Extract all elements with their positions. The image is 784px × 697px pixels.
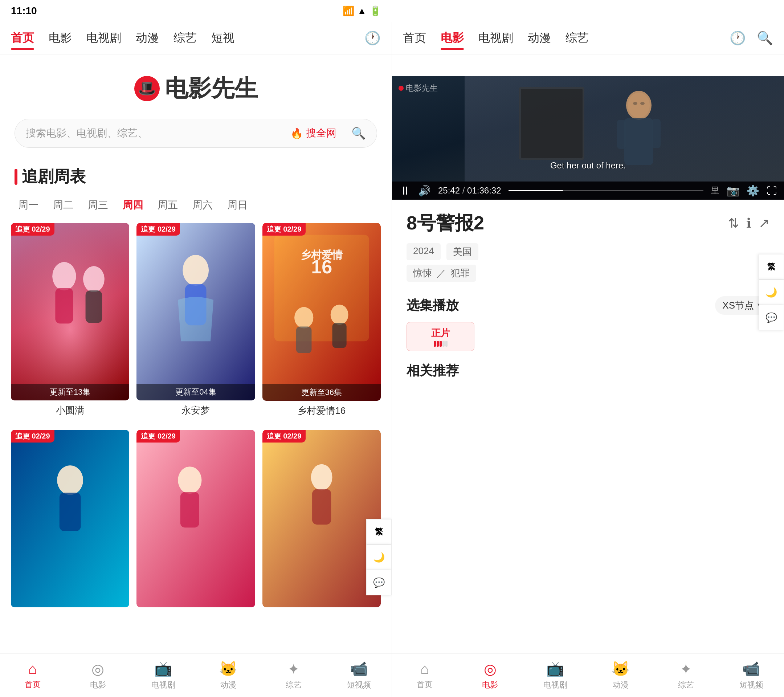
drama-card-xiangcun[interactable]: 乡村爱情 16 追更 02/29 更新至36集 乡村爱情16: [262, 223, 381, 419]
section-title: 追剧周表: [0, 159, 392, 191]
drama-badge-2: 追更 02/29: [137, 223, 180, 236]
week-tab-wed[interactable]: 周三: [81, 194, 115, 216]
week-tab-sat[interactable]: 周六: [185, 194, 220, 216]
drama-title-3: 乡村爱情16: [262, 401, 381, 419]
week-tab-sun[interactable]: 周日: [220, 194, 255, 216]
left-nav-tv[interactable]: 电视剧: [86, 26, 121, 50]
left-bottom-movie[interactable]: ◎ 电影: [65, 661, 131, 690]
volume-button[interactable]: 🔊: [418, 185, 431, 197]
episode-grid: 正片: [407, 322, 769, 351]
drama-card-yonganmeng[interactable]: 追更 02/29 更新至04集 永安梦: [137, 223, 255, 419]
right-tv-label: 电视剧: [544, 680, 567, 690]
search-bar[interactable]: 搜索电影、电视剧、综艺、 🔥 搜全网 🔍: [15, 119, 377, 148]
settings-button[interactable]: ⚙️: [747, 185, 759, 197]
left-nav-icons: 🕐: [364, 30, 381, 46]
home-label: 首页: [25, 679, 41, 690]
week-tab-thu[interactable]: 周四: [115, 194, 150, 216]
right-night-mode-btn[interactable]: 🌙: [759, 280, 784, 305]
left-time: 11:10: [11, 5, 37, 17]
progress-bar[interactable]: [509, 190, 704, 191]
drama-badge-6: 追更 02/29: [262, 430, 306, 443]
right-comment-btn[interactable]: 💬: [759, 305, 784, 330]
movie-title-row: 8号警报2 ⇅ ℹ ↗: [407, 211, 769, 236]
left-bottom-anime[interactable]: 🐱 动漫: [196, 660, 261, 690]
right-search-icon[interactable]: 🔍: [757, 30, 773, 46]
pause-button[interactable]: ⏸: [399, 184, 411, 198]
drama-card-4[interactable]: 追更 02/29: [11, 430, 129, 608]
left-bottom-variety[interactable]: ✦ 综艺: [261, 661, 326, 690]
left-bottom-home[interactable]: ⌂ 首页: [0, 661, 65, 690]
episode-section: 选集播放 XS节点 ▾ 正片: [392, 289, 784, 358]
left-bottom-tv[interactable]: 📺 电视剧: [131, 660, 196, 690]
right-short-label: 短视频: [740, 680, 763, 690]
left-nav-movie[interactable]: 电影: [49, 26, 72, 50]
right-nav-movie[interactable]: 电影: [441, 26, 464, 50]
right-nav-home[interactable]: 首页: [403, 26, 426, 50]
fullscreen-button[interactable]: ⛶: [767, 185, 777, 197]
right-bottom-anime[interactable]: 🐱 动漫: [588, 660, 653, 690]
right-nav-icons: 🕐 🔍: [730, 30, 773, 46]
week-tab-mon[interactable]: 周一: [11, 194, 46, 216]
right-traditional-btn[interactable]: 繁: [759, 254, 784, 280]
right-variety-label: 综艺: [678, 680, 694, 690]
right-nav-variety[interactable]: 综艺: [565, 26, 589, 50]
logo-area: 🎩 电影先生: [0, 54, 392, 115]
right-nav-bar: 首页 电影 电视剧 动漫 综艺 🕐 🔍: [392, 22, 784, 54]
week-tab-fri[interactable]: 周五: [150, 194, 185, 216]
ep-bar-main: [434, 341, 448, 347]
variety-label: 综艺: [286, 680, 301, 690]
right-nav-tv[interactable]: 电视剧: [478, 26, 513, 50]
week-tab-tue[interactable]: 周二: [46, 194, 81, 216]
drama-card-xiaoyuanman[interactable]: 追更 02/29 更新至13集 小圆满: [11, 223, 129, 419]
drama-update-1: 更新至13集: [11, 384, 129, 400]
info-icon[interactable]: ℹ: [746, 216, 751, 231]
svg-rect-32: [652, 119, 660, 148]
right-bottom-variety[interactable]: ✦ 综艺: [653, 661, 719, 690]
left-nav-variety[interactable]: 综艺: [173, 26, 197, 50]
video-player[interactable]: 电影先生 Get her out of here. ⏸ 🔊 25:42 / 01…: [392, 76, 784, 199]
short-video-label: 短视频: [347, 680, 371, 690]
watermark-dot: [399, 86, 404, 91]
drama-card-6[interactable]: 追更 02/29: [262, 430, 381, 608]
left-panel: 11:10 📶 ▲ 🔋 首页 电影 电视剧 动漫 综艺 短视 🕐 🎩 电影先生 …: [0, 0, 392, 697]
tag-row: 2024 美国: [407, 243, 769, 260]
right-bottom-movie[interactable]: ◎ 电影: [457, 661, 523, 690]
right-movie-icon: ◎: [484, 661, 497, 677]
right-side-buttons: 繁 🌙 💬: [759, 254, 784, 330]
svg-rect-30: [624, 118, 653, 165]
title-accent: [15, 169, 17, 185]
left-bottom-short[interactable]: 📹 短视频: [326, 660, 392, 690]
traditional-chinese-btn[interactable]: 繁: [366, 519, 392, 545]
comment-btn[interactable]: 💬: [366, 570, 392, 595]
genre-tag[interactable]: 惊悚 ／ 犯罪: [407, 265, 476, 282]
search-hot-label: 搜全网: [306, 126, 336, 140]
screenshot-button[interactable]: 📷: [726, 185, 740, 197]
tv-icon: 📺: [154, 660, 172, 677]
right-nav-anime[interactable]: 动漫: [528, 26, 551, 50]
search-icon[interactable]: 🔍: [351, 126, 366, 140]
drama-badge-4: 追更 02/29: [11, 430, 54, 443]
search-hot[interactable]: 🔥 搜全网: [290, 126, 336, 140]
drama-thumb-6: 追更 02/29: [262, 430, 381, 608]
thumb-img-1: [11, 223, 129, 400]
right-history-icon[interactable]: 🕐: [730, 30, 746, 46]
right-bottom-tv[interactable]: 📺 电视剧: [523, 660, 588, 690]
progress-fill: [509, 190, 563, 191]
drama-update-3: 更新至36集: [262, 384, 381, 401]
ep-bar-4: [443, 341, 445, 347]
share-icon[interactable]: ↗: [759, 216, 769, 231]
drama-title-2: 永安梦: [137, 400, 255, 419]
left-nav-short[interactable]: 短视: [211, 26, 234, 50]
drama-card-5[interactable]: 追更 02/29: [137, 430, 255, 608]
year-tag[interactable]: 2024: [407, 243, 441, 260]
history-icon[interactable]: 🕐: [364, 30, 381, 46]
time-label: 里: [711, 185, 720, 196]
right-bottom-home[interactable]: ⌂ 首页: [392, 661, 457, 690]
ep-btn-main[interactable]: 正片: [407, 322, 474, 351]
left-nav-anime[interactable]: 动漫: [136, 26, 159, 50]
night-mode-btn[interactable]: 🌙: [366, 545, 392, 570]
sort-icon[interactable]: ⇅: [728, 216, 739, 231]
country-tag[interactable]: 美国: [446, 243, 478, 260]
left-nav-home[interactable]: 首页: [11, 26, 34, 50]
right-bottom-short[interactable]: 📹 短视频: [719, 660, 784, 690]
